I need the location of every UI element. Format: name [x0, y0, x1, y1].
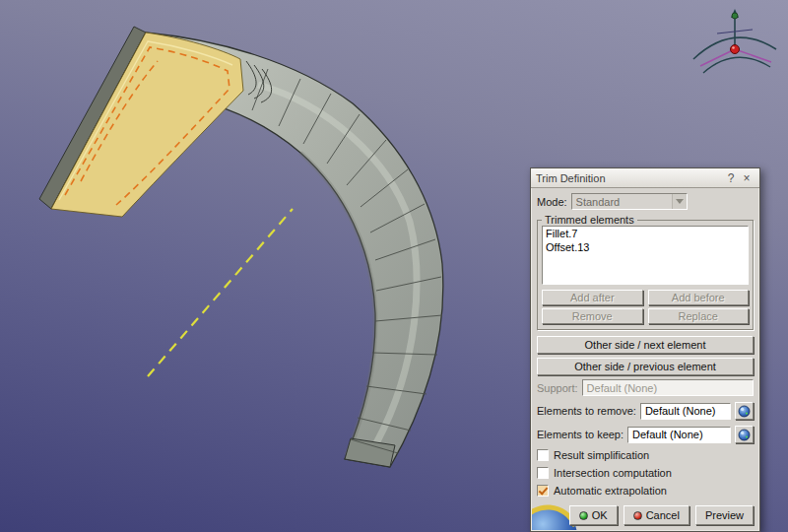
mode-value: Standard [576, 196, 621, 208]
ok-button[interactable]: OK [569, 505, 618, 525]
automatic-extrapolation-checkbox[interactable] [537, 485, 549, 497]
other-side-next-button[interactable]: Other side / next element [537, 336, 754, 354]
support-field[interactable]: Default (None) [582, 379, 754, 396]
list-item[interactable]: Fillet.7 [543, 227, 748, 240]
automatic-extrapolation-option[interactable]: Automatic extrapolation [537, 485, 754, 497]
compass[interactable] [693, 9, 776, 73]
elements-to-remove-field[interactable]: Default (None) [640, 403, 731, 420]
dashed-construction-line[interactable] [148, 209, 293, 376]
dialog-titlebar[interactable]: Trim Definition ? × [531, 168, 759, 188]
remove-button[interactable]: Remove [542, 308, 643, 324]
elements-to-keep-label: Elements to keep: [537, 429, 624, 440]
preview-button[interactable]: Preview [695, 505, 754, 525]
dropdown-arrow-box[interactable] [672, 194, 687, 209]
surface-model[interactable] [39, 27, 443, 467]
dialog-title: Trim Definition [536, 172, 723, 184]
multi-selection-icon [738, 405, 751, 418]
cancel-label: Cancel [646, 509, 680, 521]
intersection-computation-option[interactable]: Intersection computation [537, 467, 754, 479]
help-button[interactable]: ? [723, 170, 739, 185]
add-before-button[interactable]: Add before [648, 290, 750, 305]
preview-label: Preview [705, 509, 744, 521]
result-simplification-label: Result simplification [554, 449, 649, 461]
multi-selection-icon [738, 429, 751, 441]
intersection-computation-label: Intersection computation [554, 467, 672, 479]
mode-dropdown[interactable]: Standard [571, 193, 688, 210]
add-after-button[interactable]: Add after [542, 290, 643, 305]
ok-label: OK [592, 509, 608, 521]
mode-label: Mode: [537, 196, 567, 208]
intersection-computation-checkbox[interactable] [537, 467, 549, 479]
compass-top-dot [732, 13, 738, 19]
other-side-previous-button[interactable]: Other side / previous element [537, 358, 754, 375]
elements-to-keep-selector-button[interactable] [735, 426, 754, 443]
elements-to-keep-field[interactable]: Default (None) [627, 427, 731, 443]
support-label: Support: [537, 382, 578, 394]
trim-definition-dialog: Trim Definition ? × Mode: Standard Trimm… [530, 167, 760, 532]
trimmed-elements-label: Trimmed elements [542, 214, 637, 226]
close-button[interactable]: × [739, 170, 755, 185]
ok-green-icon [579, 511, 588, 520]
trimmed-elements-group: Trimmed elements Fillet.7 Offset.13 Add … [537, 220, 754, 330]
automatic-extrapolation-label: Automatic extrapolation [554, 485, 667, 497]
replace-button[interactable]: Replace [648, 308, 750, 324]
cancel-button[interactable]: Cancel [624, 505, 690, 525]
elements-to-remove-label: Elements to remove: [537, 405, 636, 417]
list-item[interactable]: Offset.13 [543, 240, 748, 254]
compass-manipulation-dot[interactable] [731, 45, 740, 54]
elements-to-remove-selector-button[interactable] [735, 402, 754, 420]
chevron-down-icon [676, 199, 684, 204]
compass-dot-highlight [732, 46, 735, 49]
result-simplification-checkbox[interactable] [537, 449, 549, 461]
result-simplification-option[interactable]: Result simplification [537, 449, 754, 461]
cancel-red-icon [633, 511, 642, 520]
trimmed-elements-list[interactable]: Fillet.7 Offset.13 [542, 226, 749, 285]
